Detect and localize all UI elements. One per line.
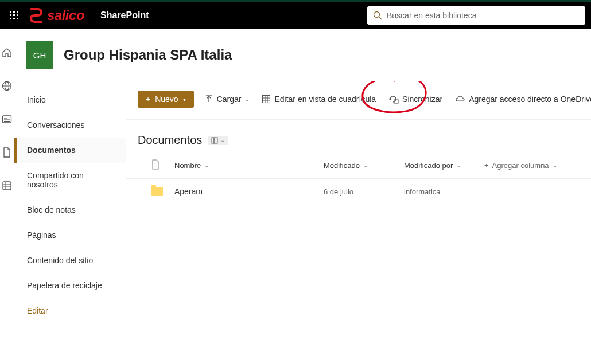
chevron-down-icon: ▾ <box>183 96 186 103</box>
onedrive-icon <box>455 95 465 104</box>
upload-button[interactable]: Cargar ⌄ <box>202 92 252 106</box>
chevron-down-icon: ⌄ <box>363 162 368 169</box>
col-name[interactable]: Nombre⌄ <box>174 161 324 170</box>
lists-icon[interactable] <box>0 179 14 193</box>
svg-line-10 <box>379 17 382 19</box>
app-rail <box>0 29 14 364</box>
nav-documentos[interactable]: Documentos <box>14 138 126 163</box>
svg-rect-34 <box>214 138 217 143</box>
upload-icon <box>204 95 213 104</box>
view-icon <box>211 137 218 144</box>
app-name[interactable]: SharePoint <box>100 10 149 21</box>
nav-inicio[interactable]: Inicio <box>14 87 126 112</box>
col-add-column[interactable]: + Agregar columna⌄ <box>484 161 591 170</box>
plus-icon: + <box>484 161 489 170</box>
item-modified: 6 de julio <box>324 187 404 196</box>
content: + Nuevo ▾ Cargar ⌄ Editar en vista de cu… <box>126 81 591 364</box>
file-icon <box>151 159 160 170</box>
chevron-down-icon: ⌄ <box>244 96 249 103</box>
svg-rect-33 <box>212 138 214 143</box>
nav-contenido[interactable]: Contenido del sitio <box>14 248 126 273</box>
shell: GH Group Hispania SPA Italia Inicio Conv… <box>0 29 591 364</box>
new-button[interactable]: + Nuevo ▾ <box>138 91 194 108</box>
svg-rect-7 <box>13 18 15 19</box>
tenant-logo[interactable]: salico <box>28 7 84 24</box>
body-row: Inicio Conversaciones Documentos Compart… <box>14 81 591 364</box>
onedrive-shortcut-button[interactable]: Agregar acceso directo a OneDrive <box>453 92 591 106</box>
chevron-down-icon: ⌄ <box>553 162 557 169</box>
svg-rect-8 <box>17 18 18 19</box>
svg-rect-14 <box>3 116 11 123</box>
svg-point-9 <box>374 11 380 17</box>
chevron-down-icon: ⌄ <box>220 137 225 143</box>
library-heading: Documentos ⌄ <box>126 120 591 152</box>
tenant-logo-mark-icon <box>28 7 45 24</box>
sync-icon <box>388 95 399 104</box>
chevron-down-icon: ⌄ <box>456 162 461 169</box>
main: GH Group Hispania SPA Italia Inicio Conv… <box>14 29 591 364</box>
chevron-down-icon: ⌄ <box>204 162 209 169</box>
new-label: Nuevo <box>155 95 178 104</box>
item-icon <box>151 187 174 196</box>
nav-compartido[interactable]: Compartido con nosotros <box>14 163 126 197</box>
site-logo[interactable]: GH <box>26 41 53 69</box>
svg-rect-0 <box>10 11 11 13</box>
nav-bloc-notas[interactable]: Bloc de notas <box>14 197 126 222</box>
nav-paginas[interactable]: Páginas <box>14 222 126 248</box>
tenant-logo-text: salico <box>47 7 84 24</box>
col-filetype[interactable] <box>151 159 174 171</box>
grid-icon <box>262 95 271 104</box>
search-icon <box>373 11 382 20</box>
list-item[interactable]: Aperam 6 de julio informatica <box>126 179 591 204</box>
list-header: Nombre⌄ Modificado⌄ Modificado por⌄ + Ag… <box>126 152 591 179</box>
svg-rect-1 <box>13 11 15 13</box>
app-launcher-icon[interactable] <box>6 7 23 24</box>
search-input[interactable] <box>387 11 580 20</box>
col-modified-by[interactable]: Modificado por⌄ <box>404 161 484 170</box>
view-selector[interactable]: ⌄ <box>208 136 228 145</box>
library-title: Documentos <box>138 134 202 147</box>
svg-rect-5 <box>17 14 18 16</box>
svg-rect-24 <box>263 96 270 103</box>
plus-icon: + <box>146 95 150 104</box>
home-icon[interactable] <box>0 46 14 60</box>
globe-icon[interactable] <box>0 79 14 93</box>
site-header: GH Group Hispania SPA Italia <box>14 29 591 81</box>
search-box[interactable] <box>367 6 585 25</box>
nav-edit[interactable]: Editar <box>14 298 126 323</box>
top-bar: salico SharePoint <box>0 0 591 29</box>
sync-button[interactable]: Sincronizar <box>386 92 445 106</box>
svg-rect-4 <box>13 14 15 16</box>
news-icon[interactable] <box>0 112 14 126</box>
svg-rect-18 <box>3 182 11 190</box>
svg-rect-2 <box>17 11 18 13</box>
site-nav: Inicio Conversaciones Documentos Compart… <box>14 81 126 364</box>
files-icon[interactable] <box>0 146 14 159</box>
item-name[interactable]: Aperam <box>174 187 324 196</box>
item-modified-by[interactable]: informatica <box>404 187 484 196</box>
col-modified[interactable]: Modificado⌄ <box>324 161 404 170</box>
command-bar: + Nuevo ▾ Cargar ⌄ Editar en vista de cu… <box>126 87 591 120</box>
nav-papelera[interactable]: Papelera de reciclaje <box>14 273 126 298</box>
folder-icon <box>151 187 163 196</box>
grid-edit-button[interactable]: Editar en vista de cuadrícula <box>259 92 378 106</box>
svg-rect-6 <box>10 18 11 19</box>
nav-conversaciones[interactable]: Conversaciones <box>14 112 126 138</box>
svg-rect-3 <box>10 14 11 16</box>
site-title[interactable]: Group Hispania SPA Italia <box>64 47 232 63</box>
